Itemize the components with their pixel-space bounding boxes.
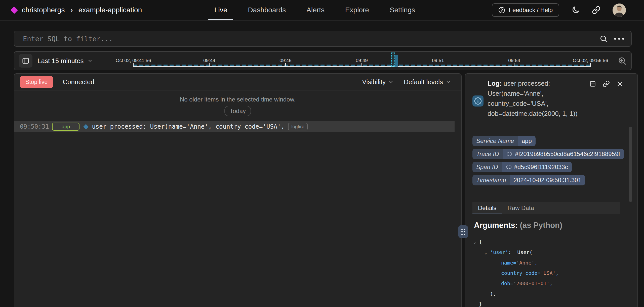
log-row[interactable]: 09:50:31 app user processed: User(name='… [14,121,455,132]
grip-dots-icon [461,229,465,235]
timeline-tick-mark [285,63,286,67]
attr-value[interactable]: #f2019b98b550cd8a61546c2f9188959f [503,149,624,159]
live-view-panel: Stop live Connected Visibility Default l… [14,73,462,307]
visibility-dropdown[interactable]: Visibility [362,78,393,86]
tab-dashboards[interactable]: Dashboards [242,0,292,20]
collapse-toggle-icon[interactable]: ⌄ [485,247,490,258]
attr-label: Trace ID [472,149,503,159]
detail-panel: Log: user processed: User(name='Anne', c… [465,73,638,307]
breadcrumb-project[interactable]: example-application [78,6,142,14]
time-range-label: Last 15 minutes [37,57,84,65]
circle-question-icon [498,7,505,14]
sql-filter-bar [14,31,632,47]
attr-trace-id: Trace ID#f2019b98b550cd8a61546c2f9188959… [472,149,624,159]
code-line: } [473,299,630,307]
detail-title: Log: user processed: User(name='Anne', c… [488,78,578,119]
arguments-heading: Arguments: (as Python) [474,221,562,230]
attr-span-id: Span ID#d5c996f11192033c [472,162,572,172]
detail-tab-details[interactable]: Details [472,202,502,214]
empty-window-message: No older items in the selected time wind… [14,96,461,103]
attr-label: Timestamp [472,175,510,185]
timeline-tick-label: 09:54 [508,58,520,63]
timeline-tick-label: 09:44 [203,58,215,63]
timeline-tick-mark [209,63,210,67]
timeline-tick-label: Oct 02, 09:56:56 [573,58,608,63]
timeline-tick-mark [361,63,362,67]
link-icon [506,151,512,157]
timeline-tick-label: 09:51 [432,58,444,63]
top-nav-right: Feedback / Help [492,0,626,20]
timeline-tick-label: 09:46 [279,58,292,63]
default-levels-dropdown[interactable]: Default levels [404,78,451,86]
attr-label: Span ID [472,162,502,172]
attr-value: app [518,136,536,146]
code-line: ), [473,289,630,299]
chevron-down-icon [446,79,451,85]
timeline-selected-bin[interactable] [391,53,395,67]
code-line: ⌄{ [473,237,630,247]
attr-value[interactable]: #d5c996f11192033c [502,162,572,172]
timeline-tick-mark [514,63,514,67]
divider [108,54,108,67]
timeline-tick-mark [133,63,134,67]
link-icon [506,164,512,170]
timeline-tick-label: 09:49 [356,58,368,63]
time-range-select[interactable]: Last 15 minutes [37,57,93,65]
chevron-down-icon [87,58,93,64]
timeline-tick-mark [590,63,591,67]
today-button[interactable]: Today [224,106,251,116]
scope-badge[interactable]: logfire [288,123,308,130]
timeline-tick-label: Oct 02, 09:41:56 [116,58,151,63]
attr-service-name: Service Nameapp [472,136,536,146]
panel-left-toggle-icon[interactable] [19,54,32,68]
chevron-down-icon [388,79,394,85]
circle-info-icon [472,95,484,107]
chevron-right-icon: › [70,6,73,14]
zoom-in-icon[interactable] [618,56,627,65]
tab-settings[interactable]: Settings [384,0,421,20]
code-line: ⌄'user': User( [473,247,630,258]
split-horizontal-icon[interactable] [589,80,596,87]
log-timestamp: 09:50:31 [20,123,49,130]
log-message: user processed: User(name='Anne', countr… [92,123,285,130]
tab-alerts[interactable]: Alerts [300,0,331,20]
avatar[interactable] [613,4,626,17]
logfire-logo-icon[interactable] [11,6,18,14]
top-nav: christophergs › example-application Live… [0,0,644,21]
code-line: name='Anne', [473,258,630,268]
collapse-toggle-icon[interactable]: ⌄ [473,237,479,247]
tab-live[interactable]: Live [208,0,233,20]
code-line: country_code='USA', [473,268,630,278]
feedback-help-label: Feedback / Help [509,7,553,14]
arguments-code-block: ⌄{⌄'user': User(name='Anne',country_code… [473,237,630,307]
timeline-tick-mark [438,63,438,67]
share-link-icon[interactable] [592,6,600,14]
detail-tab-raw-data[interactable]: Raw Data [502,202,539,214]
service-badge[interactable]: app [52,123,79,131]
attr-timestamp: Timestamp2024-10-02 09:50:31.301 [472,175,585,185]
close-icon[interactable] [616,80,623,87]
connection-status: Connected [63,78,94,86]
attribute-pills: Service NameappTrace ID#f2019b98b550cd8a… [472,136,624,185]
timeline-bar: Last 15 minutes Oct 02, 09:41:5609:4409:… [14,51,632,70]
tab-explore[interactable]: Explore [339,0,375,20]
search-icon[interactable] [599,35,608,43]
moon-icon[interactable] [571,6,580,14]
code-line: dob='2000-01-01', [473,278,630,289]
attr-label: Service Name [472,136,518,146]
info-level-diamond-icon [83,124,89,129]
permalink-icon[interactable] [603,80,610,87]
breadcrumb: christophergs › example-application [12,0,142,20]
attr-value: 2024-10-02 09:50:31.301 [510,175,585,185]
sql-filter-input[interactable] [14,35,599,43]
stop-live-button[interactable]: Stop live [20,76,53,88]
feedback-help-button[interactable]: Feedback / Help [492,3,559,17]
timeline-baseline [133,66,591,67]
breadcrumb-org[interactable]: christophergs [22,6,65,14]
panel-scrollbar[interactable] [629,127,632,202]
timeline-spike-bar [395,55,398,67]
live-view-header: Stop live Connected Visibility Default l… [14,74,461,90]
more-options-icon[interactable] [614,38,624,40]
panel-splitter-handle[interactable] [458,225,468,238]
nav-tabs: LiveDashboardsAlertsExploreSettings [208,0,421,20]
